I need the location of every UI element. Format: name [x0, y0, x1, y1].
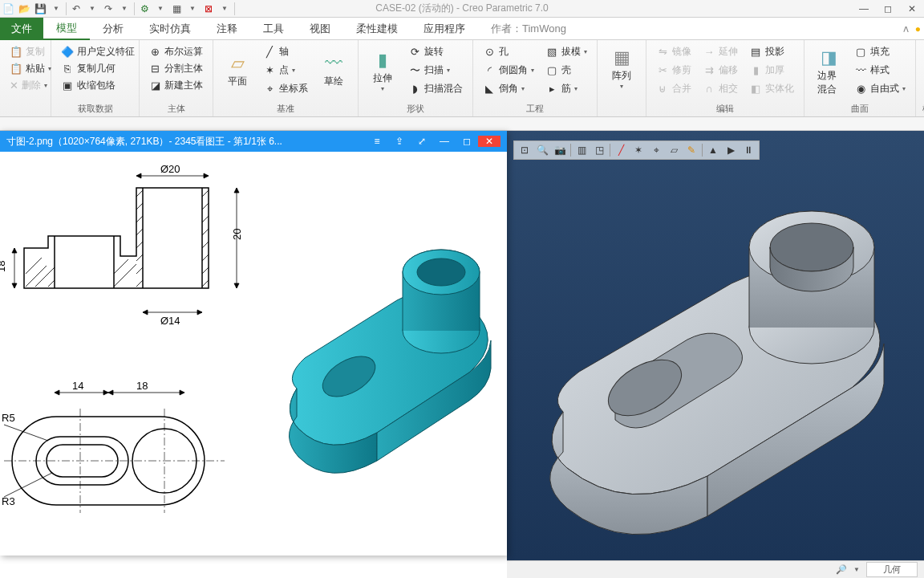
collapse-ribbon-icon[interactable]: ʌ: [903, 23, 909, 35]
perspective-icon[interactable]: ▲: [706, 143, 720, 157]
find-icon[interactable]: 🔎: [836, 564, 847, 575]
status-filter[interactable]: 几何: [866, 562, 918, 577]
tab-view[interactable]: 视图: [297, 18, 343, 40]
solidify-button[interactable]: ◧实体化: [746, 80, 797, 97]
intersect-button[interactable]: ∩相交: [699, 80, 741, 97]
play-icon[interactable]: ▶: [723, 143, 738, 157]
new-icon[interactable]: 📄: [0, 1, 16, 17]
split-button[interactable]: ⊟分割主体: [146, 60, 206, 77]
viewer-close-icon[interactable]: ✕: [478, 136, 500, 147]
viewer-restore-icon[interactable]: ⤢: [411, 136, 433, 147]
group-pattern: ▦阵列▾: [598, 40, 646, 116]
freeform-button[interactable]: ◉自由式▾: [851, 80, 909, 97]
tab-annotate[interactable]: 注释: [204, 18, 250, 40]
find-dropdown-icon[interactable]: ▼: [853, 566, 860, 573]
redo-icon[interactable]: ↷: [100, 1, 116, 17]
regen-dropdown-icon[interactable]: ▼: [152, 1, 168, 17]
merge-button[interactable]: ⊎合并: [653, 80, 695, 97]
point-display-icon[interactable]: ✶: [631, 143, 646, 157]
zoom-icon[interactable]: 🔍: [535, 143, 549, 157]
extrude-button[interactable]: ▮拉伸▾: [365, 43, 400, 97]
camera-icon[interactable]: 📷: [553, 143, 567, 157]
redo-dropdown-icon[interactable]: ▼: [116, 1, 132, 17]
plane-display-icon[interactable]: ▱: [667, 143, 681, 157]
undo-icon[interactable]: ↶: [68, 1, 84, 17]
close-win-icon[interactable]: ⊠: [201, 1, 217, 17]
mirror-button[interactable]: ⇋镜像: [653, 43, 695, 60]
draft-button[interactable]: ▧拔模▾: [542, 43, 590, 60]
image-viewer-titlebar[interactable]: 寸图-2.png（1020×764像素, 271KB）- 2345看图王 - 第…: [0, 131, 507, 152]
paste-button[interactable]: 📋粘贴▾: [6, 60, 44, 77]
chamfer-button[interactable]: ◣倒角▾: [480, 80, 537, 97]
axis-display-icon[interactable]: ╱: [614, 143, 628, 157]
viewer-pin-icon[interactable]: ⇪: [388, 136, 411, 147]
style-button[interactable]: 〰样式: [851, 62, 909, 79]
copygeom-button[interactable]: ⎘复制几何: [58, 60, 132, 77]
refit-icon[interactable]: ⊡: [517, 143, 532, 157]
sweepblend-button[interactable]: ◗扫描混合: [405, 80, 466, 97]
separator: [66, 2, 67, 15]
hole-button[interactable]: ⊙孔: [480, 43, 537, 60]
delete-button[interactable]: ✕删除▾: [6, 77, 44, 94]
help-icon[interactable]: ●: [915, 23, 921, 35]
project-button[interactable]: ▤投影: [746, 43, 797, 60]
csys-display-icon[interactable]: ⌖: [649, 143, 663, 157]
pause-icon[interactable]: ⏸: [741, 143, 756, 157]
shell-button[interactable]: ▢壳: [542, 62, 590, 79]
newbody-button[interactable]: ◪新建主体: [146, 77, 206, 94]
trim-button[interactable]: ✂修剪: [653, 62, 695, 79]
separator: [134, 2, 135, 15]
quick-access-toolbar: 📄 📂 💾 ▼ ↶ ▼ ↷ ▼ ⚙ ▼ ▦ ▼ ⊠ ▼ CASE-02 (活动的…: [0, 0, 924, 18]
tab-model[interactable]: 模型: [43, 18, 90, 40]
axis-button[interactable]: ╱轴: [260, 43, 311, 60]
offset-label: 偏移: [719, 63, 738, 77]
undo-dropdown-icon[interactable]: ▼: [84, 1, 100, 17]
svg-line-27: [202, 267, 209, 274]
display-icon[interactable]: ▥: [574, 143, 589, 157]
extend-button[interactable]: →延伸: [699, 43, 741, 60]
csys-button[interactable]: ⌖坐标系: [260, 80, 311, 97]
viewer-minimize-icon[interactable]: —: [433, 136, 456, 147]
close-dropdown-icon[interactable]: ▼: [217, 1, 233, 17]
viewport-3d[interactable]: ⊡ 🔍 📷 ▥ ◳ ╱ ✶ ⌖ ▱ ✎ ▲ ▶ ⏸: [507, 131, 924, 578]
save-icon[interactable]: 💾: [32, 1, 48, 17]
save-dropdown-icon[interactable]: ▼: [48, 1, 64, 17]
sweep-button[interactable]: 〜扫描▾: [405, 62, 466, 79]
boundary-button[interactable]: ◨边界混合: [811, 43, 846, 100]
viewer-menu-icon[interactable]: ≡: [366, 136, 388, 147]
pattern-button[interactable]: ▦阵列▾: [604, 43, 639, 93]
image-viewer-content[interactable]: Ø20 20 Ø14 18: [0, 152, 507, 556]
tab-analysis[interactable]: 分析: [90, 18, 136, 40]
windows-icon[interactable]: ▦: [168, 1, 184, 17]
rib-button[interactable]: ▸筋▾: [542, 80, 590, 97]
tab-apps[interactable]: 应用程序: [411, 18, 478, 40]
round-button[interactable]: ◜倒圆角▾: [480, 62, 537, 79]
copy-button[interactable]: 📋复制: [6, 43, 44, 60]
tab-flex[interactable]: 柔性建模: [343, 18, 411, 40]
bool-button[interactable]: ⊕布尔运算: [146, 43, 206, 60]
regen-icon[interactable]: ⚙: [136, 1, 152, 17]
userfeature-button[interactable]: 🔷用户定义特征: [58, 43, 132, 60]
viewer-maximize-icon[interactable]: ◻: [456, 136, 478, 147]
windows-dropdown-icon[interactable]: ▼: [184, 1, 201, 17]
maximize-icon[interactable]: ◻: [876, 1, 900, 17]
revolve-button[interactable]: ⟳旋转: [405, 43, 466, 60]
offset-button[interactable]: ⇉偏移: [699, 62, 741, 79]
svg-line-12: [136, 280, 143, 287]
dim-h20: 20: [231, 229, 243, 240]
file-tab[interactable]: 文件: [0, 18, 43, 40]
newbody-icon: ◪: [149, 79, 161, 92]
plane-button[interactable]: ▱平面: [220, 43, 255, 97]
tab-simulate[interactable]: 实时仿真: [136, 18, 204, 40]
close-icon[interactable]: ✕: [900, 1, 924, 17]
fill-button[interactable]: ▢填充: [851, 43, 909, 60]
shrinkwrap-button[interactable]: ▣收缩包络: [58, 77, 132, 94]
datum-display-icon[interactable]: ◳: [592, 143, 606, 157]
point-button[interactable]: ✶点▾: [260, 62, 311, 79]
minimize-icon[interactable]: —: [852, 1, 876, 17]
sketch-button[interactable]: 〰草绘: [316, 43, 351, 97]
annot-display-icon[interactable]: ✎: [684, 143, 699, 157]
tab-tools[interactable]: 工具: [250, 18, 297, 40]
open-icon[interactable]: 📂: [16, 1, 32, 17]
thicken-button[interactable]: ▮加厚: [746, 62, 797, 79]
